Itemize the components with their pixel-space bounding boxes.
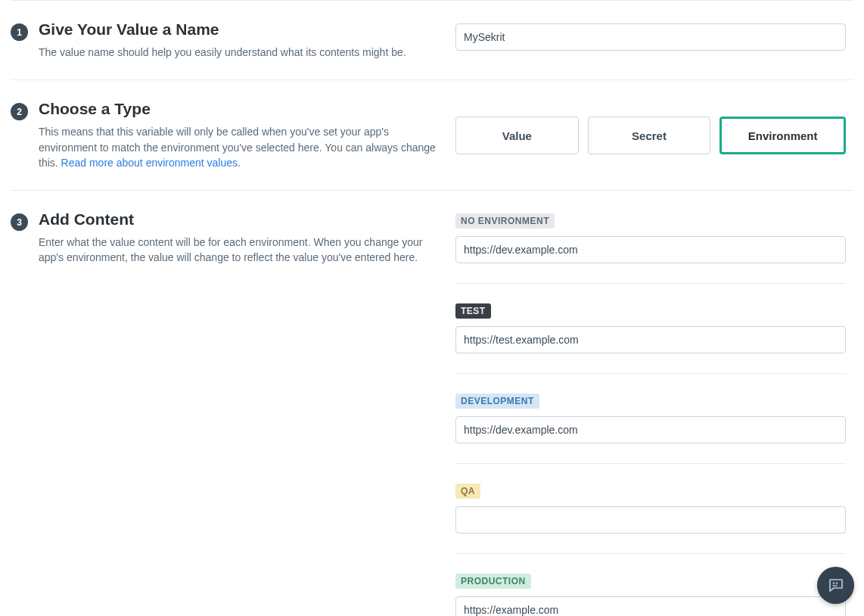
step-name: 1 Give Your Value a Name The value name … <box>11 0 853 80</box>
step-content: 3 Add Content Enter what the value conte… <box>11 191 853 616</box>
step-2-desc: This means that this variable will only … <box>39 124 448 170</box>
env-group: NO ENVIRONMENT <box>455 213 846 284</box>
env-value-input[interactable] <box>455 236 846 263</box>
step-type: 2 Choose a Type This means that this var… <box>11 80 853 191</box>
env-group: PRODUCTION <box>455 574 846 616</box>
step-number-3: 3 <box>11 213 28 231</box>
step-number-2: 2 <box>11 103 28 120</box>
env-label: TEST <box>455 303 491 319</box>
env-group: DEVELOPMENT <box>455 394 846 464</box>
step-number-1: 1 <box>11 23 28 41</box>
env-value-input[interactable] <box>455 596 846 616</box>
env-label: QA <box>455 484 480 499</box>
env-label: NO ENVIRONMENT <box>455 213 555 229</box>
type-secret-button[interactable]: Secret <box>588 117 711 154</box>
type-environment-button[interactable]: Environment <box>719 117 846 154</box>
env-group: TEST <box>455 303 846 374</box>
env-group: QA <box>455 484 846 554</box>
chat-button[interactable] <box>817 567 854 604</box>
step-3-title: Add Content <box>39 210 448 229</box>
step-1-desc: The value name should help you easily un… <box>39 45 406 60</box>
env-label: DEVELOPMENT <box>455 394 539 409</box>
env-value-input[interactable] <box>455 416 846 443</box>
svg-point-1 <box>835 582 837 583</box>
env-value-input[interactable] <box>455 506 846 534</box>
svg-point-0 <box>832 582 834 583</box>
env-values-link[interactable]: Read more about environment values <box>61 157 238 169</box>
step-3-desc: Enter what the value content will be for… <box>39 235 448 266</box>
type-value-button[interactable]: Value <box>455 117 579 154</box>
env-value-input[interactable] <box>455 326 846 353</box>
step-2-title: Choose a Type <box>39 100 448 118</box>
chat-icon <box>827 577 845 595</box>
step-1-title: Give Your Value a Name <box>39 20 406 39</box>
env-label: PRODUCTION <box>455 574 531 589</box>
value-name-input[interactable] <box>455 23 846 51</box>
